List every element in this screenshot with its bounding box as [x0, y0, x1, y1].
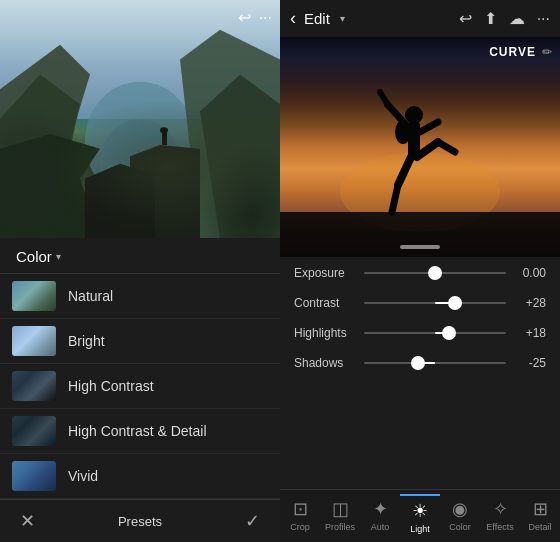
preset-label-highcontrast: High Contrast [68, 378, 154, 394]
shadows-row: Shadows -25 [294, 353, 546, 373]
header-right: ↩ ⬆ ☁ ··· [459, 9, 550, 28]
profiles-label: Profiles [325, 522, 355, 532]
crop-label: Crop [290, 522, 310, 532]
preset-label-vivid: Vivid [68, 468, 98, 484]
contrast-slider[interactable] [364, 293, 506, 313]
drag-indicator [400, 245, 440, 249]
exposure-value: 0.00 [514, 266, 546, 280]
preset-natural[interactable]: Natural [0, 274, 280, 319]
left-footer: ✕ Presets ✓ [0, 499, 280, 542]
effects-label: Effects [486, 522, 513, 532]
color-header[interactable]: Color ▾ [0, 238, 280, 274]
shadows-thumb[interactable] [411, 356, 425, 370]
highlights-value: +18 [514, 326, 546, 340]
effects-icon: ✧ [493, 498, 508, 520]
contrast-label: Contrast [294, 296, 364, 310]
profiles-icon: ◫ [332, 498, 349, 520]
header-left: ‹ Edit ▾ [290, 8, 345, 29]
curve-label: CURVE [489, 45, 536, 59]
color-label: Color [16, 248, 52, 265]
contrast-track [364, 302, 506, 304]
back-button[interactable]: ‹ [290, 8, 296, 29]
highlights-slider[interactable] [364, 323, 506, 343]
preset-vivid[interactable]: Vivid [0, 454, 280, 499]
edit-title: Edit [304, 10, 330, 27]
preset-bright[interactable]: Bright [0, 319, 280, 364]
cloud-icon[interactable]: ☁ [509, 9, 525, 28]
chevron-down-icon: ▾ [56, 251, 61, 262]
left-bottom: Color ▾ Natural Bright High Contrast Hi [0, 238, 280, 542]
share-icon[interactable]: ⬆ [484, 9, 497, 28]
left-header-icons: ↩ ··· [238, 8, 272, 27]
undo-icon-right[interactable]: ↩ [459, 9, 472, 28]
undo-icon[interactable]: ↩ [238, 8, 251, 27]
svg-rect-12 [280, 212, 560, 257]
preset-high-contrast-detail[interactable]: High Contrast & Detail [0, 409, 280, 454]
preset-thumb-highcontrast [12, 371, 56, 401]
contrast-value: +28 [514, 296, 546, 310]
right-photo: CURVE ✏ [280, 37, 560, 257]
presets-list: Natural Bright High Contrast High Contra… [0, 274, 280, 499]
nav-auto[interactable]: ✦ Auto [360, 494, 400, 538]
exposure-row: Exposure 0.00 [294, 263, 546, 283]
svg-line-22 [438, 142, 455, 152]
sliders-area: Exposure 0.00 Contrast +28 Highlights [280, 257, 560, 489]
svg-point-14 [405, 106, 423, 124]
preset-thumb-vivid [12, 461, 56, 491]
preset-thumb-highcontrastdetail [12, 416, 56, 446]
detail-icon: ⊞ [533, 498, 548, 520]
highlights-label: Highlights [294, 326, 364, 340]
presets-label: Presets [118, 514, 162, 529]
crop-icon: ⊡ [293, 498, 308, 520]
shadows-label: Shadows [294, 356, 364, 370]
contrast-thumb[interactable] [448, 296, 462, 310]
cancel-button[interactable]: ✕ [20, 510, 35, 532]
preset-thumb-bright [12, 326, 56, 356]
exposure-label: Exposure [294, 266, 364, 280]
preset-label-highcontrastdetail: High Contrast & Detail [68, 423, 207, 439]
color-label: Color [449, 522, 471, 532]
svg-line-18 [420, 122, 438, 132]
person-silhouette-svg [280, 37, 560, 257]
photo-overlay [0, 0, 280, 238]
confirm-button[interactable]: ✓ [245, 510, 260, 532]
right-panel: ‹ Edit ▾ ↩ ⬆ ☁ ··· [280, 0, 560, 542]
highlights-row: Highlights +18 [294, 323, 546, 343]
bottom-nav: ⊡ Crop ◫ Profiles ✦ Auto ☀ Light ◉ Color… [280, 489, 560, 542]
color-icon: ◉ [452, 498, 468, 520]
svg-line-17 [380, 92, 388, 105]
nav-profiles[interactable]: ◫ Profiles [320, 494, 360, 538]
detail-label: Detail [528, 522, 551, 532]
exposure-slider[interactable] [364, 263, 506, 283]
nav-light[interactable]: ☀ Light [400, 494, 440, 538]
curve-edit-icon[interactable]: ✏ [542, 45, 552, 59]
highlights-thumb[interactable] [442, 326, 456, 340]
contrast-row: Contrast +28 [294, 293, 546, 313]
nav-detail[interactable]: ⊞ Detail [520, 494, 560, 538]
more-icon-right[interactable]: ··· [537, 10, 550, 28]
auto-icon: ✦ [373, 498, 388, 520]
left-panel: ↩ ··· Color ▾ Natural Bright High Contra… [0, 0, 280, 542]
nav-effects[interactable]: ✧ Effects [480, 494, 520, 538]
nav-crop[interactable]: ⊡ Crop [280, 494, 320, 538]
preset-label-bright: Bright [68, 333, 105, 349]
shadows-slider[interactable] [364, 353, 506, 373]
edit-chevron-icon: ▾ [340, 13, 345, 24]
shadows-value: -25 [514, 356, 546, 370]
curve-label-area: CURVE ✏ [489, 45, 552, 59]
preset-label-natural: Natural [68, 288, 113, 304]
preset-thumb-natural [12, 281, 56, 311]
more-icon[interactable]: ··· [259, 9, 272, 27]
shadows-track [364, 362, 506, 364]
highlights-track [364, 332, 506, 334]
auto-label: Auto [371, 522, 390, 532]
nav-color[interactable]: ◉ Color [440, 494, 480, 538]
light-label: Light [410, 524, 430, 534]
exposure-thumb[interactable] [428, 266, 442, 280]
preset-high-contrast[interactable]: High Contrast [0, 364, 280, 409]
light-icon: ☀ [412, 500, 428, 522]
exposure-track [364, 272, 506, 274]
left-photo: ↩ ··· [0, 0, 280, 238]
right-header: ‹ Edit ▾ ↩ ⬆ ☁ ··· [280, 0, 560, 37]
